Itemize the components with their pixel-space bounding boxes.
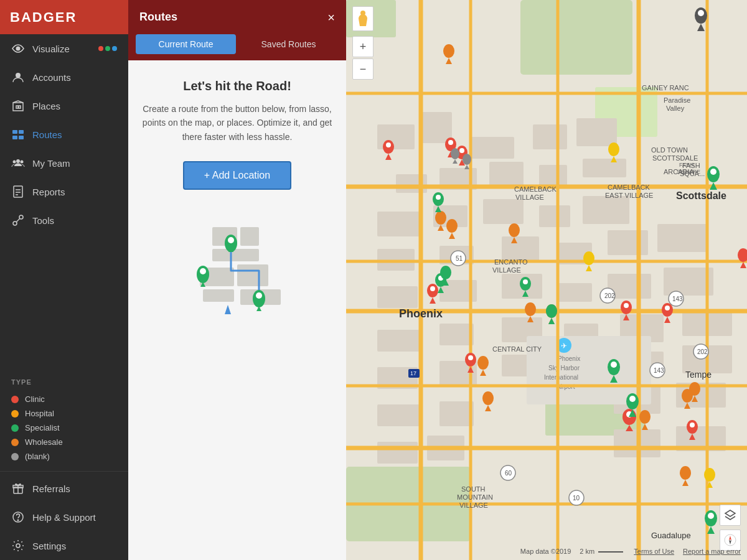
svg-rect-33 — [203, 289, 234, 302]
street-view-button[interactable] — [352, 6, 374, 31]
svg-point-39 — [200, 268, 206, 274]
type-item-hospital[interactable]: Hospital — [11, 406, 117, 421]
svg-point-1 — [16, 73, 21, 78]
sidebar-item-accounts[interactable]: Accounts — [0, 63, 128, 91]
sidebar-item-help[interactable]: Help & Support — [0, 503, 128, 531]
routes-icon — [11, 128, 25, 141]
svg-rect-92 — [377, 442, 418, 464]
hospital-dot — [11, 410, 19, 418]
report-error-link[interactable]: Report a map error — [683, 548, 741, 555]
svg-point-166 — [624, 303, 629, 308]
map-data-credit: Map data ©2019 — [520, 548, 571, 555]
settings-icon — [11, 539, 25, 553]
svg-point-192 — [583, 251, 594, 265]
svg-text:Guadalupe: Guadalupe — [651, 531, 691, 540]
help-icon — [11, 510, 25, 524]
svg-rect-51 — [421, 112, 452, 143]
svg-marker-34 — [225, 305, 231, 314]
person-icon — [11, 70, 25, 84]
tools-icon — [11, 213, 25, 227]
svg-rect-45 — [520, 0, 632, 75]
logo-text: BADGER — [10, 9, 77, 26]
close-panel-button[interactable]: × — [327, 11, 335, 24]
sidebar-item-referrals[interactable]: Referrals — [0, 474, 128, 503]
svg-text:Paradise: Paradise — [664, 96, 690, 104]
tab-saved-routes[interactable]: Saved Routes — [238, 34, 339, 54]
sidebar-item-reports[interactable]: Reports — [0, 177, 128, 206]
svg-rect-54 — [576, 118, 617, 146]
specialist-dot — [11, 424, 19, 432]
svg-text:GAINEY RANC: GAINEY RANC — [642, 84, 689, 91]
terms-of-use-link[interactable]: Terms of Use — [634, 548, 674, 555]
route-preview-illustration — [169, 208, 306, 345]
svg-text:SCOTTSDALE: SCOTTSDALE — [652, 154, 698, 162]
sidebar-item-label: Reports — [32, 187, 65, 197]
svg-rect-60 — [377, 212, 421, 236]
tab-bar: Current Route Saved Routes — [128, 34, 346, 60]
type-item-blank[interactable]: (blank) — [11, 449, 117, 464]
tab-current-route[interactable]: Current Route — [136, 34, 236, 54]
zoom-in-button[interactable]: + — [352, 36, 374, 57]
sidebar-item-routes[interactable]: Routes — [0, 120, 128, 149]
svg-rect-7 — [12, 130, 17, 134]
gift-icon — [11, 482, 25, 495]
type-item-label: Specialist — [25, 423, 60, 432]
svg-point-170 — [443, 44, 454, 58]
svg-rect-70 — [657, 224, 707, 252]
svg-text:✈: ✈ — [561, 342, 567, 350]
svg-point-12 — [13, 161, 16, 164]
svg-text:CENTRAL CITY: CENTRAL CITY — [492, 345, 542, 353]
svg-point-26 — [16, 544, 20, 548]
svg-text:Phoenix: Phoenix — [558, 355, 580, 362]
svg-rect-88 — [377, 404, 421, 426]
sidebar-item-settings[interactable]: Settings — [0, 531, 128, 560]
reports-icon — [11, 185, 25, 198]
svg-point-163 — [690, 422, 695, 427]
svg-text:CAMELBACK: CAMELBACK — [608, 184, 651, 191]
svg-text:SQUARE: SQUARE — [677, 169, 700, 175]
bottom-nav: Referrals Help & Support Settings — [0, 471, 128, 560]
svg-point-25 — [17, 520, 19, 521]
sidebar-item-label: Routes — [32, 129, 62, 140]
svg-text:International: International — [544, 374, 578, 381]
svg-text:Sky Harbor: Sky Harbor — [548, 365, 580, 371]
svg-text:ENCANTO: ENCANTO — [494, 258, 528, 266]
map-area[interactable]: Phoenix Sky Harbor International Airport… — [346, 0, 747, 560]
svg-point-172 — [435, 211, 446, 225]
type-item-label: (blank) — [25, 452, 50, 461]
sidebar-item-label: Settings — [32, 541, 66, 551]
svg-point-154 — [430, 286, 435, 291]
svg-point-42 — [256, 292, 262, 299]
svg-point-11 — [16, 159, 20, 163]
svg-rect-5 — [16, 106, 18, 108]
type-item-clinic[interactable]: Clinic — [11, 392, 117, 406]
svg-rect-52 — [471, 137, 514, 159]
map-layers-button[interactable] — [720, 505, 741, 526]
sidebar-item-label: Accounts — [32, 72, 71, 83]
zoom-out-button[interactable]: − — [352, 58, 374, 80]
sidebar-item-visualize[interactable]: Visualize — [0, 34, 128, 63]
svg-marker-235 — [725, 510, 735, 516]
svg-rect-67 — [502, 236, 539, 261]
svg-point-151 — [459, 148, 464, 153]
svg-rect-53 — [533, 124, 567, 149]
sidebar-item-my-team[interactable]: My Team — [0, 149, 128, 177]
map-footer: Map data ©2019 2 km Terms of Use Report … — [520, 548, 741, 555]
sidebar-item-places[interactable]: Places — [0, 91, 128, 120]
svg-rect-64 — [583, 196, 629, 224]
svg-point-190 — [608, 142, 619, 156]
type-item-label: Wholesale — [25, 437, 63, 447]
type-item-specialist[interactable]: Specialist — [11, 421, 117, 435]
sidebar-item-label: Help & Support — [32, 512, 96, 523]
svg-point-208 — [546, 304, 557, 318]
sidebar-item-tools[interactable]: Tools — [0, 206, 128, 235]
svg-rect-8 — [19, 130, 24, 134]
type-item-wholesale[interactable]: Wholesale — [11, 435, 117, 449]
svg-text:143: 143 — [654, 367, 664, 374]
add-location-button[interactable]: + Add Location — [183, 161, 291, 190]
logo: BADGER — [0, 0, 128, 34]
blank-dot — [11, 453, 19, 460]
svg-text:VILLAGE: VILLAGE — [459, 502, 488, 509]
svg-text:OLD TOWN: OLD TOWN — [651, 146, 688, 154]
svg-point-176 — [509, 223, 520, 237]
